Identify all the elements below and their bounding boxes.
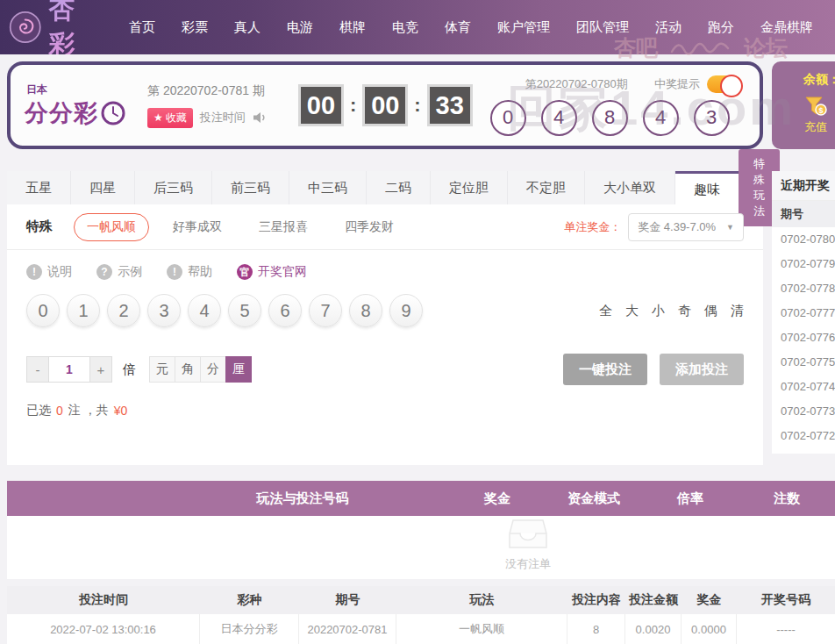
recent-row: 0702-0780 [772,227,835,252]
brand-logo[interactable]: 杏彩 [9,0,96,54]
ball-1[interactable]: 1 [67,294,100,327]
question-icon: ? [96,264,112,280]
recent-row: 0702-0777 [772,301,835,326]
quick-select-big[interactable]: 大 [625,303,639,319]
tab-fun[interactable]: 趣味 [675,171,739,204]
tab-four-star[interactable]: 四星 [71,171,135,204]
last-result-numbers: 0 4 8 4 3 [490,100,746,136]
ball-5[interactable]: 5 [228,294,261,327]
subtab-three-star-joy[interactable]: 三星报喜 [246,213,321,241]
quick-select-all[interactable]: 全 [599,303,612,319]
bet-slip-col-play-numbers: 玩法与投注号码 [7,490,449,507]
unit-fen[interactable]: 分 [200,356,226,383]
ball-2[interactable]: 2 [107,294,140,327]
multiplier-input[interactable] [49,356,89,383]
tab-big-small-odd-even[interactable]: 大小单双 [585,171,675,204]
recent-draws-panel: 近期开奖 期号 0702-0780 0702-0779 0702-0778 07… [772,171,835,454]
speaker-icon[interactable] [253,111,267,124]
help-item-example[interactable]: ? 示例 [96,264,142,280]
current-issue-block: 第 20220702-0781 期 ★ 收藏 投注时间 [147,83,295,128]
sub-play-row: 特殊 一帆风顺 好事成双 三星报喜 四季发财 单注奖金： 奖金 4.39-7.0… [7,204,763,250]
ball-4[interactable]: 4 [188,294,221,327]
ball-7[interactable]: 7 [309,294,342,327]
current-issue-label: 第 20220702-0781 期 [147,83,295,99]
nav-item-jinding[interactable]: 金鼎棋牌 [747,19,826,36]
result-number: 4 [643,100,679,136]
countdown-minutes: 00 [362,84,408,126]
nav-item-account-management[interactable]: 账户管理 [484,19,563,36]
nav-item-live-casino[interactable]: 真人 [221,19,274,36]
lottery-name-line2: 分分彩 [25,97,98,129]
unit-jiao[interactable]: 角 [175,356,201,383]
subtab-good-things-pair[interactable]: 好事成双 [160,213,235,241]
prize-dropdown[interactable]: 奖金 4.39-7.0% ▼ [628,213,744,241]
ball-3[interactable]: 3 [147,294,181,327]
tab-free-position[interactable]: 不定胆 [508,171,585,204]
countdown-separator: : [350,94,356,117]
history-col-bet-time: 投注时间 [7,592,200,608]
unit-yuan[interactable]: 元 [149,356,175,383]
help-item-instructions[interactable]: ! 说明 [26,264,72,280]
nav-item-team-management[interactable]: 团队管理 [563,19,642,36]
quick-select-clear[interactable]: 清 [731,303,744,319]
one-click-bet-button[interactable]: 一键投注 [563,354,647,385]
quick-select-even[interactable]: 偶 [704,303,717,319]
ball-9[interactable]: 9 [389,294,423,327]
tab-five-star[interactable]: 五星 [7,171,71,204]
help-item-official-site[interactable]: 官 开奖官网 [237,264,307,280]
tab-last-three[interactable]: 后三码 [135,171,212,204]
subtab-smooth-sailing[interactable]: 一帆风顺 [74,213,149,241]
countdown-seconds: 33 [427,84,473,126]
history-col-lottery: 彩种 [200,592,299,608]
nav-item-activities[interactable]: 活动 [642,19,695,36]
quick-select-bar: 全 大 小 奇 偶 清 [599,303,744,319]
tab-middle-three[interactable]: 中三码 [289,171,367,204]
info-icon: ! [167,264,182,280]
subtab-four-season-fortune[interactable]: 四季发财 [332,213,407,241]
nav-item-home[interactable]: 首页 [116,19,168,36]
history-col-issue: 期号 [299,592,396,608]
recent-row: 0702-0772 [772,424,835,448]
funnel-icon: $ [804,97,827,118]
nav-item-board-games[interactable]: 棋牌 [326,19,379,36]
history-col-draw-numbers: 开奖号码 [737,592,835,608]
help-bar: ! 说明 ? 示例 ! 帮助 官 开奖官网 [7,250,763,280]
unit-li[interactable]: 厘 [225,356,252,383]
history-cell-draw-numbers: ----- [737,614,835,644]
ball-0[interactable]: 0 [26,294,60,327]
nav-item-egames[interactable]: 电游 [274,19,326,36]
bet-controls: - + 倍 元 角 分 厘 一键投注 添加投注 [7,354,763,385]
bet-slip-header: 玩法与投注号码 奖金 资金模式 倍率 注数 [7,481,835,516]
selection-summary: 已选 0 注 ，共 ¥0 [7,403,763,419]
multiplier-plus-button[interactable]: + [89,356,112,383]
win-tip-toggle[interactable] [707,75,742,93]
result-number: 0 [490,100,526,136]
ball-6[interactable]: 6 [268,294,302,327]
times-label: 倍 [123,361,136,378]
nav-item-lottery[interactable]: 彩票 [168,19,221,36]
brand-logo-text: 杏彩 [48,0,96,54]
tab-two-code[interactable]: 二码 [367,171,431,204]
betting-card: 五星 四星 后三码 前三码 中三码 二码 定位胆 不定胆 大小单双 趣味 特殊玩… [7,171,763,465]
help-item-help[interactable]: ! 帮助 [167,264,212,280]
add-bet-button[interactable]: 添加投注 [660,354,744,385]
result-number: 8 [592,100,628,136]
empty-tray-icon [507,518,549,551]
unit-selector: 元 角 分 厘 [150,356,252,383]
nav-item-paofen[interactable]: 跑分 [695,19,747,36]
bet-slip-col-multiplier: 倍率 [642,490,739,507]
recent-row: 0702-0776 [772,326,835,350]
nav-item-sports[interactable]: 体育 [432,19,484,36]
quick-select-odd[interactable]: 奇 [678,303,691,319]
favorite-button[interactable]: ★ 收藏 [147,108,193,128]
multiplier-minus-button[interactable]: - [26,356,49,383]
tab-first-three[interactable]: 前三码 [212,171,289,204]
tab-fixed-position[interactable]: 定位胆 [431,171,508,204]
ball-8[interactable]: 8 [349,294,382,327]
recharge-button[interactable]: $ 充值 [796,97,835,135]
recent-row: 0702-0774 [772,375,835,399]
history-cell-bet-time: 2022-07-02 13:00:16 [7,614,200,644]
recent-issue-column-header: 期号 [772,201,835,227]
nav-item-esports[interactable]: 电竞 [379,19,432,36]
quick-select-small[interactable]: 小 [652,303,665,319]
